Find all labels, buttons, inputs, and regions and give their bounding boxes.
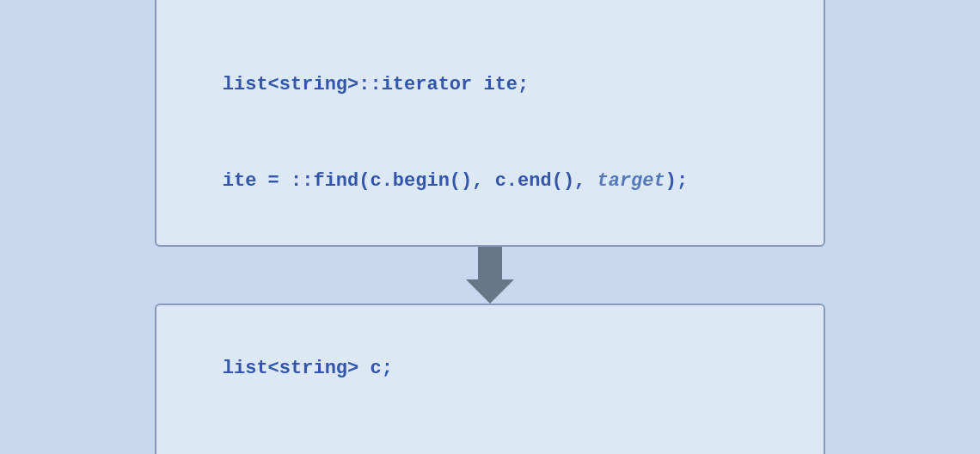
down-arrow	[466, 247, 514, 304]
code-text: ite = ::find(c.begin(), c.end(), target)…	[223, 170, 688, 192]
code-text: list<string>::iterator ite;	[223, 74, 529, 95]
arrow-container	[466, 247, 514, 304]
code-box-after: list<string> c; ... auto ite = ::find(c.…	[155, 304, 825, 454]
code-line-2: ...	[177, 0, 803, 37]
code-line-5: list<string> c;	[177, 321, 803, 417]
code-line-6: ...	[177, 417, 803, 454]
code-line-3: list<string>::iterator ite;	[177, 37, 803, 133]
code-box-before: list<string> c; ... list<string>::iterat…	[155, 0, 825, 247]
code-line-4: ite = ::find(c.begin(), c.end(), target)…	[177, 133, 803, 230]
code-text: list<string> c;	[223, 358, 393, 379]
arrow-head	[466, 279, 514, 304]
arrow-shaft	[478, 247, 502, 279]
